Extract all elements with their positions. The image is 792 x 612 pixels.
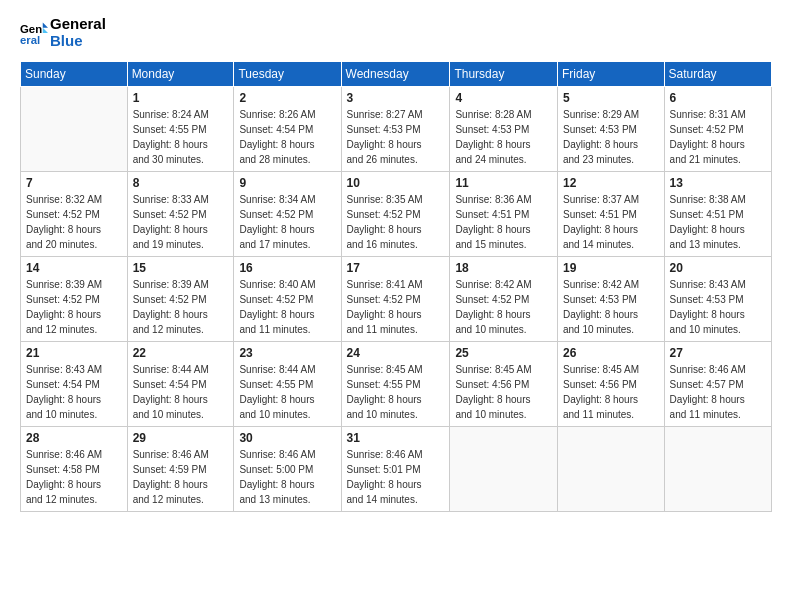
day-number: 16 [239, 261, 335, 275]
day-number: 25 [455, 346, 552, 360]
day-number: 7 [26, 176, 122, 190]
day-number: 19 [563, 261, 659, 275]
day-cell [450, 427, 558, 512]
week-row-0: 1Sunrise: 8:24 AM Sunset: 4:55 PM Daylig… [21, 87, 772, 172]
logo-text-line2: Blue [50, 33, 106, 50]
day-info: Sunrise: 8:45 AM Sunset: 4:56 PM Dayligh… [563, 362, 659, 422]
day-info: Sunrise: 8:46 AM Sunset: 5:00 PM Dayligh… [239, 447, 335, 507]
day-number: 22 [133, 346, 229, 360]
day-cell: 3Sunrise: 8:27 AM Sunset: 4:53 PM Daylig… [341, 87, 450, 172]
day-cell: 25Sunrise: 8:45 AM Sunset: 4:56 PM Dayli… [450, 342, 558, 427]
day-info: Sunrise: 8:46 AM Sunset: 5:01 PM Dayligh… [347, 447, 445, 507]
day-cell: 16Sunrise: 8:40 AM Sunset: 4:52 PM Dayli… [234, 257, 341, 342]
day-number: 23 [239, 346, 335, 360]
day-cell: 29Sunrise: 8:46 AM Sunset: 4:59 PM Dayli… [127, 427, 234, 512]
page-header: Gen eral General Blue [20, 16, 772, 49]
day-info: Sunrise: 8:42 AM Sunset: 4:52 PM Dayligh… [455, 277, 552, 337]
day-info: Sunrise: 8:39 AM Sunset: 4:52 PM Dayligh… [133, 277, 229, 337]
week-row-1: 7Sunrise: 8:32 AM Sunset: 4:52 PM Daylig… [21, 172, 772, 257]
day-number: 26 [563, 346, 659, 360]
header-cell-sunday: Sunday [21, 62, 128, 87]
day-info: Sunrise: 8:33 AM Sunset: 4:52 PM Dayligh… [133, 192, 229, 252]
day-cell: 30Sunrise: 8:46 AM Sunset: 5:00 PM Dayli… [234, 427, 341, 512]
day-info: Sunrise: 8:45 AM Sunset: 4:56 PM Dayligh… [455, 362, 552, 422]
svg-text:eral: eral [20, 34, 40, 46]
day-cell: 19Sunrise: 8:42 AM Sunset: 4:53 PM Dayli… [557, 257, 664, 342]
day-cell [21, 87, 128, 172]
day-number: 1 [133, 91, 229, 105]
day-number: 9 [239, 176, 335, 190]
day-info: Sunrise: 8:43 AM Sunset: 4:54 PM Dayligh… [26, 362, 122, 422]
calendar-table: SundayMondayTuesdayWednesdayThursdayFrid… [20, 61, 772, 512]
day-cell: 8Sunrise: 8:33 AM Sunset: 4:52 PM Daylig… [127, 172, 234, 257]
day-cell: 26Sunrise: 8:45 AM Sunset: 4:56 PM Dayli… [557, 342, 664, 427]
day-cell: 24Sunrise: 8:45 AM Sunset: 4:55 PM Dayli… [341, 342, 450, 427]
day-cell: 6Sunrise: 8:31 AM Sunset: 4:52 PM Daylig… [664, 87, 771, 172]
day-cell: 28Sunrise: 8:46 AM Sunset: 4:58 PM Dayli… [21, 427, 128, 512]
day-number: 13 [670, 176, 766, 190]
day-cell: 20Sunrise: 8:43 AM Sunset: 4:53 PM Dayli… [664, 257, 771, 342]
day-info: Sunrise: 8:37 AM Sunset: 4:51 PM Dayligh… [563, 192, 659, 252]
day-info: Sunrise: 8:26 AM Sunset: 4:54 PM Dayligh… [239, 107, 335, 167]
day-number: 31 [347, 431, 445, 445]
day-info: Sunrise: 8:32 AM Sunset: 4:52 PM Dayligh… [26, 192, 122, 252]
day-cell: 15Sunrise: 8:39 AM Sunset: 4:52 PM Dayli… [127, 257, 234, 342]
day-info: Sunrise: 8:24 AM Sunset: 4:55 PM Dayligh… [133, 107, 229, 167]
header-cell-monday: Monday [127, 62, 234, 87]
day-number: 24 [347, 346, 445, 360]
logo-text-line1: General [50, 16, 106, 33]
day-info: Sunrise: 8:38 AM Sunset: 4:51 PM Dayligh… [670, 192, 766, 252]
day-info: Sunrise: 8:27 AM Sunset: 4:53 PM Dayligh… [347, 107, 445, 167]
day-cell: 4Sunrise: 8:28 AM Sunset: 4:53 PM Daylig… [450, 87, 558, 172]
day-info: Sunrise: 8:46 AM Sunset: 4:59 PM Dayligh… [133, 447, 229, 507]
day-info: Sunrise: 8:34 AM Sunset: 4:52 PM Dayligh… [239, 192, 335, 252]
day-info: Sunrise: 8:35 AM Sunset: 4:52 PM Dayligh… [347, 192, 445, 252]
header-cell-saturday: Saturday [664, 62, 771, 87]
day-cell [664, 427, 771, 512]
day-info: Sunrise: 8:28 AM Sunset: 4:53 PM Dayligh… [455, 107, 552, 167]
week-row-4: 28Sunrise: 8:46 AM Sunset: 4:58 PM Dayli… [21, 427, 772, 512]
day-info: Sunrise: 8:41 AM Sunset: 4:52 PM Dayligh… [347, 277, 445, 337]
day-cell: 21Sunrise: 8:43 AM Sunset: 4:54 PM Dayli… [21, 342, 128, 427]
day-number: 29 [133, 431, 229, 445]
day-cell: 7Sunrise: 8:32 AM Sunset: 4:52 PM Daylig… [21, 172, 128, 257]
header-cell-tuesday: Tuesday [234, 62, 341, 87]
header-row: SundayMondayTuesdayWednesdayThursdayFrid… [21, 62, 772, 87]
day-number: 4 [455, 91, 552, 105]
week-row-3: 21Sunrise: 8:43 AM Sunset: 4:54 PM Dayli… [21, 342, 772, 427]
logo-icon: Gen eral [20, 19, 48, 47]
day-number: 14 [26, 261, 122, 275]
day-cell: 11Sunrise: 8:36 AM Sunset: 4:51 PM Dayli… [450, 172, 558, 257]
day-cell: 22Sunrise: 8:44 AM Sunset: 4:54 PM Dayli… [127, 342, 234, 427]
day-cell: 31Sunrise: 8:46 AM Sunset: 5:01 PM Dayli… [341, 427, 450, 512]
day-info: Sunrise: 8:46 AM Sunset: 4:57 PM Dayligh… [670, 362, 766, 422]
day-cell: 10Sunrise: 8:35 AM Sunset: 4:52 PM Dayli… [341, 172, 450, 257]
week-row-2: 14Sunrise: 8:39 AM Sunset: 4:52 PM Dayli… [21, 257, 772, 342]
svg-marker-3 [43, 27, 48, 32]
day-cell: 17Sunrise: 8:41 AM Sunset: 4:52 PM Dayli… [341, 257, 450, 342]
svg-marker-2 [43, 22, 48, 27]
day-cell: 5Sunrise: 8:29 AM Sunset: 4:53 PM Daylig… [557, 87, 664, 172]
day-cell: 18Sunrise: 8:42 AM Sunset: 4:52 PM Dayli… [450, 257, 558, 342]
day-cell: 1Sunrise: 8:24 AM Sunset: 4:55 PM Daylig… [127, 87, 234, 172]
day-number: 17 [347, 261, 445, 275]
day-info: Sunrise: 8:31 AM Sunset: 4:52 PM Dayligh… [670, 107, 766, 167]
calendar-page: Gen eral General Blue SundayMondayTuesda… [0, 0, 792, 612]
day-info: Sunrise: 8:39 AM Sunset: 4:52 PM Dayligh… [26, 277, 122, 337]
day-info: Sunrise: 8:44 AM Sunset: 4:55 PM Dayligh… [239, 362, 335, 422]
day-number: 20 [670, 261, 766, 275]
logo: Gen eral General Blue [20, 16, 106, 49]
header-cell-wednesday: Wednesday [341, 62, 450, 87]
day-number: 3 [347, 91, 445, 105]
header-cell-thursday: Thursday [450, 62, 558, 87]
day-number: 8 [133, 176, 229, 190]
day-cell: 27Sunrise: 8:46 AM Sunset: 4:57 PM Dayli… [664, 342, 771, 427]
day-info: Sunrise: 8:40 AM Sunset: 4:52 PM Dayligh… [239, 277, 335, 337]
day-info: Sunrise: 8:43 AM Sunset: 4:53 PM Dayligh… [670, 277, 766, 337]
day-cell: 13Sunrise: 8:38 AM Sunset: 4:51 PM Dayli… [664, 172, 771, 257]
day-info: Sunrise: 8:29 AM Sunset: 4:53 PM Dayligh… [563, 107, 659, 167]
day-number: 18 [455, 261, 552, 275]
day-info: Sunrise: 8:42 AM Sunset: 4:53 PM Dayligh… [563, 277, 659, 337]
day-number: 15 [133, 261, 229, 275]
day-cell: 12Sunrise: 8:37 AM Sunset: 4:51 PM Dayli… [557, 172, 664, 257]
